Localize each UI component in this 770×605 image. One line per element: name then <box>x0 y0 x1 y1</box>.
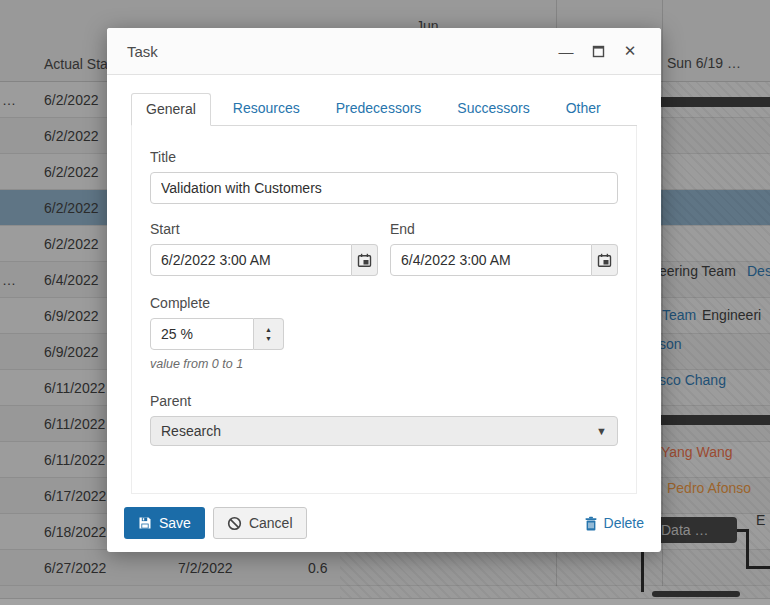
ban-icon <box>227 516 242 531</box>
step-up-icon[interactable]: ▲ <box>265 326 272 333</box>
tab-general[interactable]: General <box>131 93 211 126</box>
start-label: Start <box>150 221 378 237</box>
parent-label: Parent <box>150 393 618 409</box>
calendar-icon <box>357 253 372 268</box>
parent-select-value: Research <box>161 423 221 439</box>
dialog-title: Task <box>127 43 158 60</box>
dialog-body: General Resources Predecessors Successor… <box>107 75 661 494</box>
calendar-icon <box>597 253 612 268</box>
dates-row: Start End <box>150 221 618 276</box>
complete-field-group: Complete ▲ ▼ <box>150 295 284 350</box>
chevron-down-icon: ▼ <box>596 425 607 437</box>
tab-predecessors[interactable]: Predecessors <box>322 93 436 125</box>
maximize-icon <box>592 45 605 58</box>
window-controls: — ✕ <box>555 40 641 62</box>
step-down-icon[interactable]: ▼ <box>265 335 272 342</box>
start-date-input[interactable] <box>150 244 352 276</box>
end-field-group: End <box>390 221 618 276</box>
delete-button[interactable]: Delete <box>584 515 644 531</box>
maximize-button[interactable] <box>587 40 609 62</box>
task-editor-dialog: Task — ✕ General Resources Predecessors … <box>107 28 661 552</box>
save-button[interactable]: Save <box>124 507 205 539</box>
cancel-button[interactable]: Cancel <box>213 507 307 539</box>
title-field-group: Title <box>150 149 618 204</box>
complete-hint: value from 0 to 1 <box>150 357 618 371</box>
cancel-button-label: Cancel <box>249 515 293 531</box>
close-button[interactable]: ✕ <box>619 40 641 62</box>
tab-successors[interactable]: Successors <box>443 93 543 125</box>
end-label: End <box>390 221 618 237</box>
trash-icon <box>584 516 598 531</box>
parent-field-group: Parent Research ▼ <box>150 393 618 446</box>
title-label: Title <box>150 149 618 165</box>
complete-input[interactable] <box>150 318 254 350</box>
title-input[interactable] <box>150 172 618 204</box>
end-date-picker-button[interactable] <box>592 244 618 276</box>
complete-stepper[interactable]: ▲ ▼ <box>254 318 284 350</box>
tab-bar: General Resources Predecessors Successor… <box>131 93 637 126</box>
save-button-label: Save <box>159 515 191 531</box>
delete-button-label: Delete <box>604 515 644 531</box>
tab-resources[interactable]: Resources <box>219 93 314 125</box>
general-tab-panel: Title Start End <box>131 126 637 494</box>
dialog-footer: Save Cancel Delete <box>107 494 661 552</box>
tab-other[interactable]: Other <box>552 93 615 125</box>
minimize-button[interactable]: — <box>555 40 577 62</box>
end-date-input[interactable] <box>390 244 592 276</box>
save-icon <box>138 516 152 530</box>
complete-label: Complete <box>150 295 284 311</box>
dialog-header[interactable]: Task — ✕ <box>107 28 661 75</box>
parent-select[interactable]: Research ▼ <box>150 416 618 446</box>
start-field-group: Start <box>150 221 378 276</box>
start-date-picker-button[interactable] <box>352 244 378 276</box>
